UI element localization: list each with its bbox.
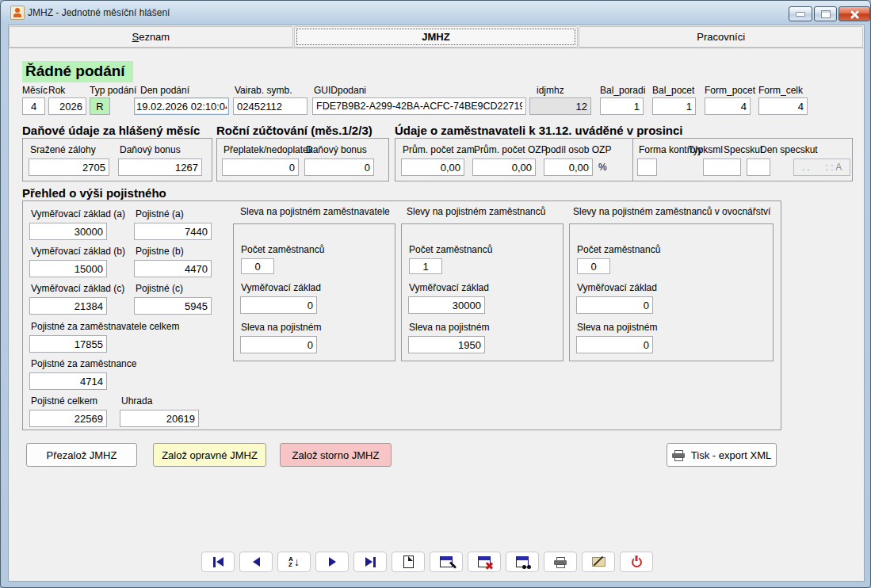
tax-bonus-input[interactable]: [118, 158, 202, 176]
minimize-icon: [796, 12, 805, 17]
premium-a-input[interactable]: [134, 223, 212, 240]
annual-section-title: Roční zúčtování (měs.1/2/3): [216, 124, 372, 137]
submission-type-input[interactable]: [90, 97, 110, 115]
window-title: JMHZ - Jednotné měsíční hlášení: [28, 7, 170, 18]
discount-2-count-label: Počet zaměstnanců: [577, 244, 660, 255]
employee-premium-input[interactable]: [29, 372, 107, 390]
toolbar-exit-button[interactable]: [620, 552, 653, 572]
new-record-icon: [403, 556, 414, 568]
variable-symbol-input[interactable]: [233, 97, 308, 115]
tab-pracovnici[interactable]: Pracovníci: [579, 26, 863, 48]
overpayment-label: Přeplatek/nedoplatek: [223, 144, 313, 155]
send-xml-icon: [592, 557, 605, 567]
premium-c-label: Pojistné (c): [136, 283, 183, 294]
toolbar-prev-button[interactable]: [239, 552, 273, 572]
bal-pocet-input[interactable]: [652, 97, 696, 115]
premium-b-input[interactable]: [134, 260, 212, 277]
form-celk-input[interactable]: [758, 97, 808, 115]
submission-type-banner: Řádné podání: [22, 61, 133, 82]
base-a-input[interactable]: [29, 223, 107, 240]
ozp-share-input[interactable]: [544, 158, 593, 176]
minimize-button[interactable]: [789, 6, 812, 21]
avg-employees-input[interactable]: [401, 158, 464, 176]
employer-premium-total-input[interactable]: [29, 335, 107, 353]
toolbar-edit-button[interactable]: [430, 552, 463, 572]
toolbar-send-button[interactable]: [582, 552, 615, 572]
print-export-xml-button[interactable]: Tisk - export XML: [667, 443, 777, 467]
base-c-label: Vyměřovací základ (c): [31, 283, 124, 294]
typksml-input[interactable]: [703, 158, 741, 176]
employee-premium-label: Pojistné za zaměstnance: [31, 358, 136, 369]
payment-input[interactable]: [120, 410, 199, 427]
toolbar-new-button[interactable]: [392, 552, 425, 572]
discount-0-base-input[interactable]: [240, 296, 317, 314]
app-icon: [10, 6, 25, 20]
toolbar-sort-button[interactable]: AZ↓: [277, 552, 311, 572]
toolbar-find-button[interactable]: [506, 552, 539, 572]
close-button[interactable]: [839, 6, 870, 21]
guid-input[interactable]: [312, 97, 526, 115]
month-input[interactable]: [22, 97, 45, 115]
variable-symbol-label: Vairab. symb.: [235, 85, 292, 96]
base-c-input[interactable]: [29, 297, 107, 315]
create-corrective-jmhz-button[interactable]: Založ opravné JMHZ: [153, 443, 266, 467]
avg-employees-label: Prům. počet zam.: [403, 144, 477, 155]
premium-c-input[interactable]: [134, 297, 212, 315]
base-b-input[interactable]: [29, 260, 107, 277]
discount-0-count-label: Počet zaměstnanců: [241, 244, 324, 255]
submission-date-input[interactable]: [134, 97, 229, 115]
first-record-icon: [213, 557, 223, 567]
tax-section-title: Daňové údaje za hlášený měsíc: [22, 124, 200, 137]
year-input[interactable]: [48, 97, 86, 115]
employer-section-title: Údaje o zaměstnavateli k 31.12. uváděné …: [395, 124, 683, 137]
printer-icon: [554, 557, 567, 567]
discount-2-base-input[interactable]: [576, 296, 653, 314]
control-form-input[interactable]: [637, 158, 657, 176]
toolbar-next-button[interactable]: [315, 552, 349, 572]
discount-1-base-input[interactable]: [408, 296, 485, 314]
idjmhz-label: idjmhz: [537, 85, 564, 96]
delete-record-icon: [478, 556, 491, 567]
discount-1-amount-input[interactable]: [408, 336, 485, 353]
discount-1-count-input[interactable]: [409, 258, 442, 274]
toolbar-first-button[interactable]: [201, 552, 235, 572]
bal-poradi-input[interactable]: [600, 97, 644, 115]
window-controls: [789, 6, 870, 21]
discount-0-count-input[interactable]: [241, 258, 274, 274]
print-icon: [672, 450, 685, 460]
premium-total-input[interactable]: [29, 410, 107, 427]
ozp-share-label: podíl osob OZP: [545, 144, 611, 155]
withheld-advances-input[interactable]: [29, 158, 109, 176]
premium-a-label: Pojistné (a): [136, 208, 184, 220]
discount-2-amount-input[interactable]: [576, 336, 653, 353]
den-specskut-input[interactable]: [793, 158, 850, 176]
tab-seznam[interactable]: Seznam: [9, 26, 293, 48]
premium-total-label: Pojistné celkem: [31, 395, 97, 407]
premium-b-label: Pojistne (b): [136, 246, 184, 257]
toolbar-print-button[interactable]: [544, 552, 577, 572]
avg-ozp-label: Prům. počet OZP: [474, 144, 548, 155]
toolbar-last-button[interactable]: [353, 552, 387, 572]
power-icon: [632, 557, 642, 567]
tab-jmhz[interactable]: JMHZ: [294, 26, 579, 48]
discount-group-0-title: Sleva na pojistném zaměstnavatele: [240, 206, 390, 217]
ozp-share-percent: %: [598, 162, 607, 173]
tax-bonus-label: Daňový bonus: [120, 144, 181, 155]
specskut-input[interactable]: [747, 158, 770, 176]
insurance-section-title: Přehled o výši pojistného: [22, 186, 166, 200]
discount-2-count-input[interactable]: [577, 258, 610, 274]
overpayment-input[interactable]: [222, 158, 299, 176]
discount-1-count-label: Počet zaměstnanců: [409, 244, 492, 255]
create-storno-jmhz-button[interactable]: Založ storno JMHZ: [280, 443, 392, 467]
toolbar-delete-button[interactable]: [468, 552, 501, 572]
avg-ozp-input[interactable]: [472, 158, 536, 176]
discount-0-amount-input[interactable]: [240, 336, 317, 353]
bal-pocet-label: Bal_pocet: [652, 85, 694, 96]
form-pocet-input[interactable]: [705, 97, 751, 115]
idjmhz-input[interactable]: [529, 97, 591, 115]
maximize-button[interactable]: [814, 6, 837, 21]
annual-tax-bonus-input[interactable]: [304, 158, 374, 176]
rebuild-jmhz-button[interactable]: Přezalož JMHZ: [26, 443, 137, 467]
maximize-icon: [821, 10, 831, 18]
discount-group-2-title: Slevy na pojistném zaměstnanců v ovocnář…: [573, 206, 770, 217]
